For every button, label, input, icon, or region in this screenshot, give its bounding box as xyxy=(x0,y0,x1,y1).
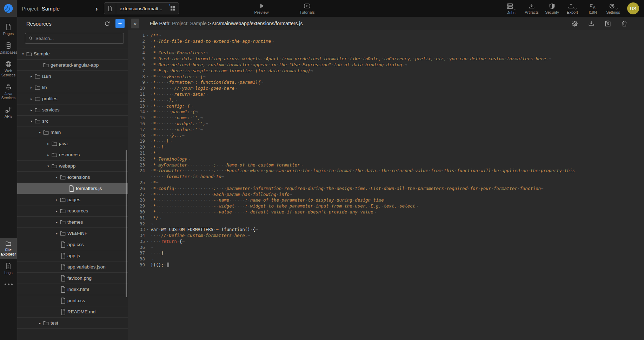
topbar-item-preview[interactable]: Preview xyxy=(250,0,273,17)
code-line-38: 38¬ xyxy=(128,256,644,262)
refresh-button[interactable] xyxy=(102,19,112,28)
tree-right-arrow-icon[interactable]: ▸ xyxy=(37,321,43,325)
sidebar-item-java-services[interactable]: Java Services xyxy=(0,81,17,102)
tree-right-arrow-icon[interactable]: ▸ xyxy=(45,153,51,157)
fold-arrow-icon[interactable]: ▾ xyxy=(145,109,151,115)
download-button[interactable] xyxy=(586,19,596,28)
tree-right-arrow-icon[interactable]: ▸ xyxy=(54,232,60,235)
tree-item-formatters.js[interactable]: formatters.js xyxy=(17,183,128,194)
code-line-10: 10·*·······//·your·logic·goes·here¬ xyxy=(128,86,644,91)
tree-item-i18n[interactable]: ▸ i18n xyxy=(17,71,128,82)
fold-arrow-icon[interactable]: ▾ xyxy=(145,227,151,233)
search-input[interactable] xyxy=(35,36,121,41)
tree-down-arrow-icon[interactable]: ▾ xyxy=(37,131,43,134)
sidebar-item-web-services[interactable]: Web Services xyxy=(0,58,17,80)
more-options-button[interactable] xyxy=(0,279,17,290)
tree-down-arrow-icon[interactable]: ▾ xyxy=(45,164,51,168)
tree-item-sample[interactable]: ▾ Sample xyxy=(17,48,128,60)
code-editor[interactable]: 1▾/**¬2·*·This·file·is·used·to·extend·th… xyxy=(128,30,644,340)
save-button[interactable] xyxy=(603,19,613,28)
tray-up-icon xyxy=(567,3,575,10)
tree-item-main[interactable]: ▾ main xyxy=(17,127,128,138)
tree-item-extensions[interactable]: ▾ extensions xyxy=(17,172,128,183)
tree-item-lib[interactable]: ▸ lib xyxy=(17,82,128,93)
topbar-item-i18n[interactable]: A I18N xyxy=(584,0,601,17)
tree-item-app.js[interactable]: app.js xyxy=(17,250,128,261)
tree-item-src[interactable]: ▾ src xyxy=(17,116,128,127)
tree-right-arrow-icon[interactable]: ▸ xyxy=(28,86,34,89)
tree-item-app.css[interactable]: app.css xyxy=(17,239,128,250)
ellipsis-icon xyxy=(5,284,6,285)
tree-down-arrow-icon[interactable]: ▾ xyxy=(54,176,60,179)
file-icon xyxy=(60,275,67,282)
tree-down-arrow-icon[interactable]: ▾ xyxy=(28,120,34,123)
fold-spacer xyxy=(145,250,151,256)
fold-arrow-icon[interactable]: ▾ xyxy=(145,80,151,86)
search-icon xyxy=(28,36,33,41)
topbar-item-artifacts[interactable]: Artifacts xyxy=(523,0,540,17)
fold-arrow-icon[interactable]: ▾ xyxy=(145,239,151,245)
topbar-item-tutorials[interactable]: Tutorials xyxy=(296,0,319,17)
tree-right-arrow-icon[interactable]: ▸ xyxy=(28,108,34,112)
code-line-12: 12·*·····},¬ xyxy=(128,97,644,103)
code-line-32: 32¬ xyxy=(128,221,644,227)
tree-item-print.css[interactable]: print.css xyxy=(17,295,128,306)
topbar-item-jobs[interactable]: Jobs xyxy=(503,0,520,17)
search-box xyxy=(25,33,124,44)
sidebar-item-pages[interactable]: Pages xyxy=(0,21,17,38)
sidebar-item-logs[interactable]: Logs xyxy=(0,260,17,277)
code-line-20: 20·*··}¬ xyxy=(128,144,644,150)
fold-arrow-icon[interactable]: ▾ xyxy=(145,33,151,39)
user-avatar[interactable]: US xyxy=(627,2,639,14)
topbar-item-security[interactable]: Security xyxy=(544,0,560,17)
tree-right-arrow-icon[interactable]: ▸ xyxy=(28,97,34,101)
sidebar-item-apis[interactable]: APIs xyxy=(0,104,17,121)
tree-item-java[interactable]: ▸ java xyxy=(17,138,128,149)
topbar-item-export[interactable]: Export xyxy=(564,0,581,17)
tree-item-profiles[interactable]: ▸ profiles xyxy=(17,93,128,104)
tree-item-webapp[interactable]: ▾ webapp xyxy=(17,161,128,172)
gear-icon xyxy=(608,2,616,10)
tree-item-test[interactable]: ▸ test xyxy=(17,318,128,329)
fold-arrow-icon[interactable]: ▾ xyxy=(145,103,151,109)
tree-item-pages[interactable]: ▸ pages xyxy=(17,194,128,205)
code-line-16: 16·*········widget:·'',¬ xyxy=(128,121,644,127)
collapse-panel-button[interactable]: « xyxy=(131,19,139,28)
tree-down-arrow-icon[interactable]: ▾ xyxy=(20,52,26,56)
tree-item-resources[interactable]: ▸ resources xyxy=(17,205,128,217)
tree-item-resources[interactable]: ▸ resources xyxy=(17,149,128,161)
tree-item-favicon.png[interactable]: favicon.png xyxy=(17,273,128,284)
sidebar-item-databases[interactable]: Databases xyxy=(0,40,17,57)
delete-button[interactable] xyxy=(619,19,629,28)
fold-arrow-icon[interactable]: ▾ xyxy=(145,74,151,80)
folder-icon xyxy=(34,118,42,124)
tree-item-index.html[interactable]: index.html xyxy=(17,284,128,295)
project-title: Project: Sample xyxy=(22,0,60,17)
dashboard-grid-icon[interactable]: * xyxy=(167,3,179,14)
tree-item-generated-angular-app[interactable]: generated-angular-app xyxy=(17,60,128,71)
tree-right-arrow-icon[interactable]: ▸ xyxy=(28,75,34,78)
folder-icon xyxy=(60,219,67,225)
tree-item-themes[interactable]: ▸ themes xyxy=(17,217,128,228)
tree-right-arrow-icon[interactable]: ▸ xyxy=(54,209,60,213)
tree-right-arrow-icon[interactable]: ▸ xyxy=(54,198,60,202)
app-logo[interactable] xyxy=(0,0,17,17)
fold-spacer xyxy=(145,203,151,209)
code-line-27: 27·*······················Each·param·has… xyxy=(128,192,644,198)
project-chevron-icon[interactable]: › xyxy=(95,0,98,17)
code-line-28: 28·*······················-·name······:·… xyxy=(128,197,644,203)
tree-item-services[interactable]: ▸ services xyxy=(17,104,128,116)
tree-item-app.variables.json[interactable]: app.variables.json xyxy=(17,261,128,273)
sidebar-item-file-explorer[interactable]: File Explorer xyxy=(0,238,17,259)
add-resource-button[interactable] xyxy=(115,19,125,28)
tree-item-web-inf[interactable]: ▸ WEB-INF xyxy=(17,228,128,239)
open-file-tab[interactable]: extensions/formatt... * xyxy=(104,2,179,14)
tree-item-readme.md[interactable]: README.md xyxy=(17,306,128,318)
tree-right-arrow-icon[interactable]: ▸ xyxy=(45,142,51,145)
plus-icon xyxy=(117,21,123,26)
tree-scrollbar[interactable] xyxy=(126,150,127,297)
tree-right-arrow-icon[interactable]: ▸ xyxy=(54,220,60,224)
code-line-11: 11·*·······return·data;¬ xyxy=(128,91,644,97)
settings-button[interactable] xyxy=(570,19,580,29)
topbar-item-settings[interactable]: Settings xyxy=(605,0,622,17)
